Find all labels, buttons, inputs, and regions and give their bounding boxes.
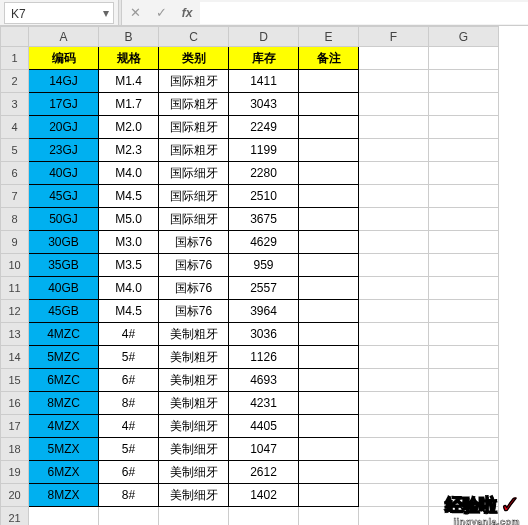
cell-E4[interactable]	[299, 116, 359, 139]
row-header-7[interactable]: 7	[1, 185, 29, 208]
cell-F8[interactable]	[359, 208, 429, 231]
cell-E18[interactable]	[299, 438, 359, 461]
cell-F4[interactable]	[359, 116, 429, 139]
cell-E2[interactable]	[299, 70, 359, 93]
cell-E21[interactable]	[299, 507, 359, 526]
cell-E8[interactable]	[299, 208, 359, 231]
cell-A18[interactable]: 5MZX	[29, 438, 99, 461]
row-header-1[interactable]: 1	[1, 47, 29, 70]
cell-D3[interactable]: 3043	[229, 93, 299, 116]
cell-A14[interactable]: 5MZC	[29, 346, 99, 369]
cell-A12[interactable]: 45GB	[29, 300, 99, 323]
cell-C17[interactable]: 美制细牙	[159, 415, 229, 438]
row-header-18[interactable]: 18	[1, 438, 29, 461]
cell-C6[interactable]: 国际细牙	[159, 162, 229, 185]
cell-E9[interactable]	[299, 231, 359, 254]
cell-F12[interactable]	[359, 300, 429, 323]
cell-A17[interactable]: 4MZX	[29, 415, 99, 438]
cell-F20[interactable]	[359, 484, 429, 507]
formula-input[interactable]	[200, 2, 528, 24]
cell-C4[interactable]: 国际粗牙	[159, 116, 229, 139]
cell-B13[interactable]: 4#	[99, 323, 159, 346]
cell-E1[interactable]: 备注	[299, 47, 359, 70]
cell-D10[interactable]: 959	[229, 254, 299, 277]
cell-B18[interactable]: 5#	[99, 438, 159, 461]
cell-G7[interactable]	[429, 185, 499, 208]
row-header-16[interactable]: 16	[1, 392, 29, 415]
cell-E7[interactable]	[299, 185, 359, 208]
cell-A3[interactable]: 17GJ	[29, 93, 99, 116]
row-header-6[interactable]: 6	[1, 162, 29, 185]
cell-B11[interactable]: M4.0	[99, 277, 159, 300]
row-header-4[interactable]: 4	[1, 116, 29, 139]
cell-G17[interactable]	[429, 415, 499, 438]
cell-G9[interactable]	[429, 231, 499, 254]
cell-A4[interactable]: 20GJ	[29, 116, 99, 139]
cell-F1[interactable]	[359, 47, 429, 70]
row-header-10[interactable]: 10	[1, 254, 29, 277]
cell-E6[interactable]	[299, 162, 359, 185]
cell-D2[interactable]: 1411	[229, 70, 299, 93]
cell-E17[interactable]	[299, 415, 359, 438]
cell-B2[interactable]: M1.4	[99, 70, 159, 93]
cell-B7[interactable]: M4.5	[99, 185, 159, 208]
cell-E15[interactable]	[299, 369, 359, 392]
column-header-E[interactable]: E	[299, 27, 359, 47]
cell-B17[interactable]: 4#	[99, 415, 159, 438]
row-header-12[interactable]: 12	[1, 300, 29, 323]
cell-F16[interactable]	[359, 392, 429, 415]
cell-C5[interactable]: 国际粗牙	[159, 139, 229, 162]
cell-A21[interactable]	[29, 507, 99, 526]
cell-G2[interactable]	[429, 70, 499, 93]
cancel-icon[interactable]: ✕	[122, 2, 148, 24]
cell-B16[interactable]: 8#	[99, 392, 159, 415]
cell-C18[interactable]: 美制细牙	[159, 438, 229, 461]
cell-A9[interactable]: 30GB	[29, 231, 99, 254]
cell-E11[interactable]	[299, 277, 359, 300]
cell-A7[interactable]: 45GJ	[29, 185, 99, 208]
spreadsheet-grid[interactable]: ABCDEFG1编码规格类别库存备注214GJM1.4国际粗牙1411317GJ…	[0, 26, 528, 525]
row-header-19[interactable]: 19	[1, 461, 29, 484]
cell-D15[interactable]: 4693	[229, 369, 299, 392]
cell-F3[interactable]	[359, 93, 429, 116]
row-header-2[interactable]: 2	[1, 70, 29, 93]
cell-A8[interactable]: 50GJ	[29, 208, 99, 231]
cell-A6[interactable]: 40GJ	[29, 162, 99, 185]
cell-A11[interactable]: 40GB	[29, 277, 99, 300]
cell-C10[interactable]: 国标76	[159, 254, 229, 277]
cell-D1[interactable]: 库存	[229, 47, 299, 70]
cell-F10[interactable]	[359, 254, 429, 277]
cell-C11[interactable]: 国标76	[159, 277, 229, 300]
cell-B4[interactable]: M2.0	[99, 116, 159, 139]
cell-B14[interactable]: 5#	[99, 346, 159, 369]
cell-E14[interactable]	[299, 346, 359, 369]
cell-G12[interactable]	[429, 300, 499, 323]
cell-G1[interactable]	[429, 47, 499, 70]
cell-B5[interactable]: M2.3	[99, 139, 159, 162]
cell-D17[interactable]: 4405	[229, 415, 299, 438]
column-header-G[interactable]: G	[429, 27, 499, 47]
cell-G10[interactable]	[429, 254, 499, 277]
cell-F2[interactable]	[359, 70, 429, 93]
cell-D11[interactable]: 2557	[229, 277, 299, 300]
cell-C20[interactable]: 美制细牙	[159, 484, 229, 507]
cell-E5[interactable]	[299, 139, 359, 162]
column-header-C[interactable]: C	[159, 27, 229, 47]
row-header-3[interactable]: 3	[1, 93, 29, 116]
cell-E16[interactable]	[299, 392, 359, 415]
cell-D7[interactable]: 2510	[229, 185, 299, 208]
cell-C14[interactable]: 美制粗牙	[159, 346, 229, 369]
cell-E12[interactable]	[299, 300, 359, 323]
cell-C9[interactable]: 国标76	[159, 231, 229, 254]
cell-D18[interactable]: 1047	[229, 438, 299, 461]
cell-F18[interactable]	[359, 438, 429, 461]
cell-F21[interactable]	[359, 507, 429, 526]
enter-icon[interactable]: ✓	[148, 2, 174, 24]
row-header-5[interactable]: 5	[1, 139, 29, 162]
row-header-17[interactable]: 17	[1, 415, 29, 438]
cell-A1[interactable]: 编码	[29, 47, 99, 70]
cell-B21[interactable]	[99, 507, 159, 526]
cell-D21[interactable]	[229, 507, 299, 526]
cell-A15[interactable]: 6MZC	[29, 369, 99, 392]
row-header-8[interactable]: 8	[1, 208, 29, 231]
